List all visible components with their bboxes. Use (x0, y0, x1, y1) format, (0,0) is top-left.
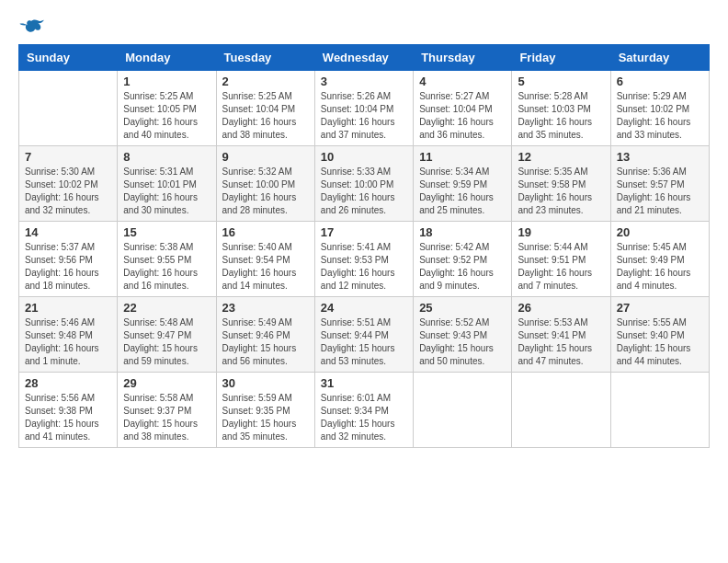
calendar-cell: 15Sunrise: 5:38 AM Sunset: 9:55 PM Dayli… (118, 222, 216, 297)
calendar-cell: 24Sunrise: 5:51 AM Sunset: 9:44 PM Dayli… (314, 297, 413, 373)
calendar-cell (512, 373, 610, 448)
calendar-cell: 17Sunrise: 5:41 AM Sunset: 9:53 PM Dayli… (314, 222, 413, 297)
day-number: 3 (321, 75, 407, 88)
calendar-cell: 6Sunrise: 5:29 AM Sunset: 10:02 PM Dayli… (610, 71, 709, 146)
day-number: 27 (617, 301, 703, 315)
day-info: Sunrise: 5:45 AM Sunset: 9:49 PM Dayligh… (617, 241, 703, 293)
day-info: Sunrise: 5:33 AM Sunset: 10:00 PM Daylig… (321, 166, 407, 217)
day-number: 12 (518, 150, 604, 164)
calendar-cell: 31Sunrise: 6:01 AM Sunset: 9:34 PM Dayli… (314, 373, 413, 448)
weekday-header-friday: Friday (512, 45, 610, 71)
calendar-cell: 21Sunrise: 5:46 AM Sunset: 9:48 PM Dayli… (19, 297, 118, 373)
day-info: Sunrise: 5:29 AM Sunset: 10:02 PM Daylig… (617, 90, 703, 142)
day-info: Sunrise: 5:42 AM Sunset: 9:52 PM Dayligh… (419, 241, 506, 293)
day-info: Sunrise: 5:32 AM Sunset: 10:00 PM Daylig… (222, 166, 309, 217)
calendar-week-row: 7Sunrise: 5:30 AM Sunset: 10:02 PM Dayli… (19, 146, 710, 222)
calendar-cell: 14Sunrise: 5:37 AM Sunset: 9:56 PM Dayli… (19, 222, 118, 297)
logo-icon (18, 18, 44, 37)
calendar-cell: 29Sunrise: 5:58 AM Sunset: 9:37 PM Dayli… (118, 373, 216, 448)
day-info: Sunrise: 5:34 AM Sunset: 9:59 PM Dayligh… (419, 166, 506, 217)
day-number: 15 (123, 225, 210, 239)
calendar-week-row: 14Sunrise: 5:37 AM Sunset: 9:56 PM Dayli… (19, 222, 710, 297)
weekday-header-thursday: Thursday (414, 45, 512, 71)
calendar-cell: 1Sunrise: 5:25 AM Sunset: 10:05 PM Dayli… (118, 71, 216, 146)
day-number: 7 (25, 150, 111, 164)
day-info: Sunrise: 5:28 AM Sunset: 10:03 PM Daylig… (518, 90, 604, 142)
calendar-cell: 10Sunrise: 5:33 AM Sunset: 10:00 PM Dayl… (314, 146, 413, 222)
day-number: 23 (222, 301, 309, 315)
calendar-cell: 4Sunrise: 5:27 AM Sunset: 10:04 PM Dayli… (414, 71, 512, 146)
weekday-header-row: SundayMondayTuesdayWednesdayThursdayFrid… (19, 45, 710, 71)
calendar-cell: 13Sunrise: 5:36 AM Sunset: 9:57 PM Dayli… (610, 146, 709, 222)
day-info: Sunrise: 5:56 AM Sunset: 9:38 PM Dayligh… (25, 392, 111, 443)
day-info: Sunrise: 5:38 AM Sunset: 9:55 PM Dayligh… (123, 241, 210, 293)
weekday-header-sunday: Sunday (19, 45, 118, 71)
day-number: 1 (123, 75, 210, 88)
calendar-cell: 22Sunrise: 5:48 AM Sunset: 9:47 PM Dayli… (118, 297, 216, 373)
day-number: 10 (321, 150, 407, 164)
calendar-cell: 30Sunrise: 5:59 AM Sunset: 9:35 PM Dayli… (216, 373, 314, 448)
day-info: Sunrise: 5:35 AM Sunset: 9:58 PM Dayligh… (518, 166, 604, 217)
page-header (18, 18, 710, 37)
day-number: 9 (222, 150, 309, 164)
calendar-cell: 27Sunrise: 5:55 AM Sunset: 9:40 PM Dayli… (610, 297, 709, 373)
calendar-cell (610, 373, 709, 448)
day-number: 26 (518, 301, 604, 315)
day-info: Sunrise: 5:46 AM Sunset: 9:48 PM Dayligh… (25, 316, 111, 368)
weekday-header-wednesday: Wednesday (314, 45, 413, 71)
calendar-cell: 8Sunrise: 5:31 AM Sunset: 10:01 PM Dayli… (118, 146, 216, 222)
day-number: 29 (123, 376, 210, 390)
calendar-cell: 9Sunrise: 5:32 AM Sunset: 10:00 PM Dayli… (216, 146, 314, 222)
day-number: 30 (222, 376, 309, 390)
calendar-cell: 23Sunrise: 5:49 AM Sunset: 9:46 PM Dayli… (216, 297, 314, 373)
calendar-cell: 26Sunrise: 5:53 AM Sunset: 9:41 PM Dayli… (512, 297, 610, 373)
day-info: Sunrise: 5:49 AM Sunset: 9:46 PM Dayligh… (222, 316, 309, 368)
day-info: Sunrise: 5:59 AM Sunset: 9:35 PM Dayligh… (222, 392, 309, 443)
day-number: 6 (617, 75, 703, 88)
day-info: Sunrise: 5:36 AM Sunset: 9:57 PM Dayligh… (617, 166, 703, 217)
day-number: 20 (617, 225, 703, 239)
day-info: Sunrise: 5:25 AM Sunset: 10:04 PM Daylig… (222, 90, 309, 142)
day-info: Sunrise: 5:41 AM Sunset: 9:53 PM Dayligh… (321, 241, 407, 293)
day-number: 19 (518, 225, 604, 239)
logo (18, 18, 48, 37)
day-number: 13 (617, 150, 703, 164)
day-number: 21 (25, 301, 111, 315)
day-number: 25 (419, 301, 506, 315)
day-info: Sunrise: 5:51 AM Sunset: 9:44 PM Dayligh… (321, 316, 407, 368)
day-info: Sunrise: 5:37 AM Sunset: 9:56 PM Dayligh… (25, 241, 111, 293)
day-info: Sunrise: 5:40 AM Sunset: 9:54 PM Dayligh… (222, 241, 309, 293)
day-info: Sunrise: 5:55 AM Sunset: 9:40 PM Dayligh… (617, 316, 703, 368)
day-number: 16 (222, 225, 309, 239)
day-info: Sunrise: 5:58 AM Sunset: 9:37 PM Dayligh… (123, 392, 210, 443)
day-number: 31 (321, 376, 407, 390)
calendar-cell: 11Sunrise: 5:34 AM Sunset: 9:59 PM Dayli… (414, 146, 512, 222)
weekday-header-tuesday: Tuesday (216, 45, 314, 71)
day-info: Sunrise: 5:48 AM Sunset: 9:47 PM Dayligh… (123, 316, 210, 368)
weekday-header-monday: Monday (118, 45, 216, 71)
calendar-week-row: 28Sunrise: 5:56 AM Sunset: 9:38 PM Dayli… (19, 373, 710, 448)
calendar-cell: 19Sunrise: 5:44 AM Sunset: 9:51 PM Dayli… (512, 222, 610, 297)
calendar-week-row: 1Sunrise: 5:25 AM Sunset: 10:05 PM Dayli… (19, 71, 710, 146)
day-number: 17 (321, 225, 407, 239)
calendar-cell: 12Sunrise: 5:35 AM Sunset: 9:58 PM Dayli… (512, 146, 610, 222)
day-number: 8 (123, 150, 210, 164)
day-number: 14 (25, 225, 111, 239)
day-info: Sunrise: 5:25 AM Sunset: 10:05 PM Daylig… (123, 90, 210, 142)
day-info: Sunrise: 5:52 AM Sunset: 9:43 PM Dayligh… (419, 316, 506, 368)
calendar-cell: 5Sunrise: 5:28 AM Sunset: 10:03 PM Dayli… (512, 71, 610, 146)
day-number: 28 (25, 376, 111, 390)
day-info: Sunrise: 5:30 AM Sunset: 10:02 PM Daylig… (25, 166, 111, 217)
day-info: Sunrise: 5:26 AM Sunset: 10:04 PM Daylig… (321, 90, 407, 142)
day-number: 5 (518, 75, 604, 88)
calendar-cell (19, 71, 118, 146)
day-number: 18 (419, 225, 506, 239)
day-number: 11 (419, 150, 506, 164)
day-number: 24 (321, 301, 407, 315)
day-info: Sunrise: 6:01 AM Sunset: 9:34 PM Dayligh… (321, 392, 407, 443)
calendar-cell: 16Sunrise: 5:40 AM Sunset: 9:54 PM Dayli… (216, 222, 314, 297)
calendar-cell: 28Sunrise: 5:56 AM Sunset: 9:38 PM Dayli… (19, 373, 118, 448)
day-info: Sunrise: 5:27 AM Sunset: 10:04 PM Daylig… (419, 90, 506, 142)
calendar-table: SundayMondayTuesdayWednesdayThursdayFrid… (18, 44, 710, 448)
calendar-cell: 20Sunrise: 5:45 AM Sunset: 9:49 PM Dayli… (610, 222, 709, 297)
